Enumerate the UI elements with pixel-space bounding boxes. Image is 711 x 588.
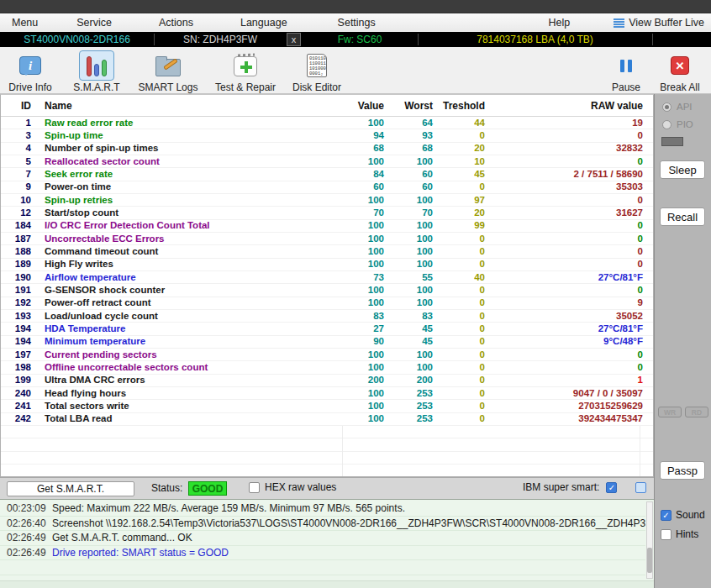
table-row[interactable]: 189 High Fly writes 100 100 0 0 bbox=[1, 259, 653, 271]
header-name[interactable]: Name bbox=[36, 100, 335, 112]
table-row[interactable]: 199 Ultra DMA CRC errors 200 200 0 1 bbox=[1, 375, 653, 387]
attribute-threshold: 97 bbox=[438, 194, 490, 207]
attribute-raw-value: 0 bbox=[490, 129, 648, 142]
attribute-raw-value: 35052 bbox=[490, 310, 648, 323]
attribute-threshold: 0 bbox=[438, 258, 490, 270]
attribute-id: 199 bbox=[1, 374, 36, 386]
table-row[interactable]: 193 Load/unload cycle count 83 83 0 3505… bbox=[1, 310, 653, 323]
attribute-id: 5 bbox=[1, 155, 36, 168]
attribute-worst: 253 bbox=[389, 387, 438, 400]
table-row[interactable]: 240 Head flying hours 100 253 0 9047 / 0… bbox=[1, 387, 653, 400]
attribute-value: 100 bbox=[335, 117, 389, 129]
smart-logs-button[interactable]: SMART Logs bbox=[133, 49, 203, 95]
pio-radio[interactable] bbox=[662, 120, 672, 129]
log-entry[interactable]: 02:26:40 Screenshot \\192.168.2.54\Temp3… bbox=[0, 517, 645, 532]
close-drive-button[interactable]: x bbox=[287, 33, 301, 46]
attribute-raw-value: 31627 bbox=[490, 207, 648, 219]
table-row[interactable]: 241 Total sectors write 100 253 0 270315… bbox=[1, 400, 653, 412]
passp-button[interactable]: Passp bbox=[660, 461, 705, 480]
smart-attribute-table: ID Name Value Worst Treshold RAW value 1… bbox=[0, 94, 654, 477]
attribute-id: 9 bbox=[1, 181, 36, 193]
pause-button[interactable]: Pause bbox=[600, 49, 652, 95]
table-row[interactable]: 12 Start/stop count 70 70 20 31627 bbox=[1, 207, 653, 219]
table-row[interactable]: 197 Current pending sectors 100 100 0 0 bbox=[1, 349, 653, 361]
smart-button[interactable]: S.M.A.R.T bbox=[67, 49, 126, 95]
get-smart-button[interactable]: Get S.M.A.R.T. bbox=[7, 481, 134, 496]
ibm-super-smart-checkbox[interactable]: ✓ bbox=[606, 482, 617, 493]
wr-button[interactable]: WR bbox=[658, 407, 682, 417]
log-entry[interactable]: 02:26:49 Get S.M.A.R.T. command... OK bbox=[0, 531, 645, 546]
sound-checkbox[interactable]: ✓ bbox=[661, 510, 672, 521]
scrollbar-handle[interactable] bbox=[647, 548, 652, 573]
header-raw-value[interactable]: RAW value bbox=[490, 100, 648, 112]
table-row[interactable]: 7 Seek error rate 84 60 45 2 / 7511 / 58… bbox=[1, 168, 653, 181]
table-row[interactable]: 191 G-SENSOR shock counter 100 100 0 0 bbox=[1, 284, 653, 297]
view-buffer-live-button[interactable]: View Buffer Live bbox=[607, 17, 711, 29]
table-row[interactable]: 194 HDA Temperature 27 45 0 27°C/81°F bbox=[1, 323, 653, 335]
table-row[interactable]: 3 Spin-up time 94 93 0 0 bbox=[1, 129, 653, 142]
menu-item-settings[interactable]: Settings bbox=[326, 13, 387, 32]
header-threshold[interactable]: Treshold bbox=[438, 100, 490, 112]
column-separator bbox=[342, 426, 343, 476]
drive-info-button[interactable]: i Drive Info bbox=[3, 49, 57, 95]
log-horizontal-scrollbar[interactable] bbox=[0, 580, 654, 588]
attribute-id: 12 bbox=[1, 207, 36, 219]
log-vertical-scrollbar[interactable] bbox=[646, 501, 653, 579]
menu-item-language[interactable]: Language bbox=[229, 13, 299, 32]
table-row[interactable]: 242 Total LBA read 100 253 0 39243447534… bbox=[1, 413, 653, 426]
hex-raw-values-checkbox[interactable] bbox=[249, 482, 260, 493]
rd-button[interactable]: RD bbox=[685, 407, 708, 417]
attribute-threshold: 0 bbox=[438, 335, 490, 348]
attribute-threshold: 0 bbox=[438, 400, 490, 412]
attribute-id: 188 bbox=[1, 245, 36, 258]
menu-item-actions[interactable]: Actions bbox=[147, 13, 205, 32]
first-aid-cross-icon bbox=[234, 56, 257, 76]
header-worst[interactable]: Worst bbox=[389, 100, 438, 112]
attribute-name: Airflow temperature bbox=[36, 271, 335, 284]
table-row[interactable]: 187 Uncorrectable ECC Errors 100 100 0 0 bbox=[1, 233, 653, 245]
secondary-checkbox[interactable] bbox=[635, 482, 646, 493]
hints-checkbox[interactable] bbox=[661, 529, 672, 540]
recall-button[interactable]: Recall bbox=[660, 207, 705, 226]
table-row[interactable]: 198 Offline uncorrectable sectors count … bbox=[1, 361, 653, 374]
table-row[interactable]: 5 Reallocated sector count 100 100 10 0 bbox=[1, 155, 653, 168]
drive-info-bar: ST4000VN008-2DR166 SN: ZDH4P3FW x Fw: SC… bbox=[0, 32, 711, 47]
drive-model[interactable]: ST4000VN008-2DR166 bbox=[0, 32, 154, 47]
table-row[interactable]: 190 Airflow temperature 73 55 40 27°C/81… bbox=[1, 271, 653, 284]
table-row[interactable]: 10 Spin-up retries 100 100 97 0 bbox=[1, 194, 653, 207]
menu-item-menu[interactable]: Menu bbox=[0, 13, 50, 32]
menu-item-help[interactable]: Help bbox=[536, 13, 582, 32]
attribute-value: 100 bbox=[335, 387, 389, 400]
attribute-id: 3 bbox=[1, 129, 36, 142]
attribute-value: 100 bbox=[335, 361, 389, 374]
header-id[interactable]: ID bbox=[1, 100, 36, 112]
attribute-id: 193 bbox=[1, 310, 36, 323]
log-entry[interactable]: 00:23:09 Speed: Maximum 222 MB/s. Averag… bbox=[0, 501, 645, 517]
table-row[interactable]: 9 Power-on time 60 60 0 35303 bbox=[1, 181, 653, 194]
column-separator bbox=[640, 426, 640, 476]
attribute-id: 190 bbox=[1, 271, 36, 284]
sleep-button[interactable]: Sleep bbox=[660, 160, 705, 179]
attribute-raw-value: 0 bbox=[490, 245, 648, 258]
table-row[interactable]: 1 Raw read error rate 100 64 44 19 bbox=[1, 117, 653, 129]
table-row[interactable]: 188 Command timeout count 100 100 0 0 bbox=[1, 245, 653, 258]
table-row[interactable]: 184 I/O CRC Error Detection Count Total … bbox=[1, 220, 653, 233]
test-repair-button[interactable]: Test & Repair bbox=[207, 49, 284, 95]
menu-item-service[interactable]: Service bbox=[65, 13, 124, 32]
attribute-raw-value: 0 bbox=[490, 349, 648, 361]
attribute-worst: 100 bbox=[389, 245, 438, 258]
log-entry[interactable]: 02:26:49 Drive reported: SMART status = … bbox=[0, 546, 645, 561]
test-repair-label: Test & Repair bbox=[215, 81, 276, 93]
api-radio[interactable] bbox=[662, 102, 672, 112]
table-row[interactable]: 194 Minimum temperature 90 45 0 9°C/48°F bbox=[1, 336, 653, 349]
header-value[interactable]: Value bbox=[335, 100, 389, 112]
table-row[interactable]: 4 Number of spin-up times 68 68 20 32832 bbox=[1, 143, 653, 155]
attribute-worst: 100 bbox=[389, 361, 438, 374]
break-all-button[interactable]: ✕ Break All bbox=[652, 49, 708, 95]
attribute-value: 100 bbox=[335, 194, 389, 207]
table-row[interactable]: 192 Power-off retract count 100 100 0 9 bbox=[1, 297, 653, 310]
disk-editor-button[interactable]: 010110 110011 101000 0001₂ Disk Editor bbox=[286, 49, 348, 95]
attribute-worst: 253 bbox=[389, 412, 438, 425]
status-label: Status: bbox=[151, 482, 182, 494]
attribute-worst: 100 bbox=[389, 258, 438, 270]
